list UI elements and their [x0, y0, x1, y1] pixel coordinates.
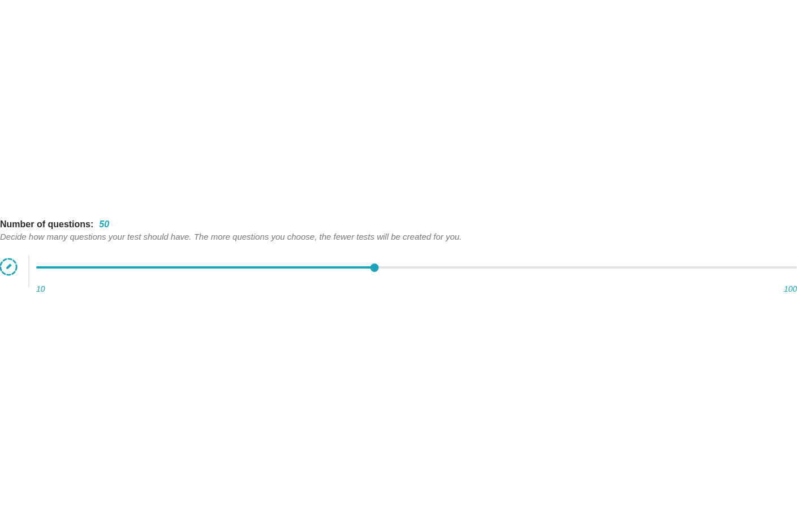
slider-description: Decide how many questions your test shou… — [0, 232, 797, 241]
slider-max-label: 100 — [784, 284, 797, 293]
slider-row: 10 100 — [0, 257, 797, 293]
question-count-slider[interactable] — [36, 263, 797, 272]
icon-column — [0, 257, 28, 276]
slider-track-fill — [36, 266, 374, 269]
slider-labels: 10 100 — [36, 284, 797, 293]
vertical-divider — [28, 255, 29, 288]
edit-target-icon — [0, 257, 18, 276]
slider-min-label: 10 — [36, 284, 45, 293]
slider-heading-label: Number of questions: — [0, 219, 93, 230]
slider-heading-row: Number of questions: 50 — [0, 219, 797, 230]
slider-thumb[interactable] — [370, 263, 378, 272]
slider-current-value: 50 — [99, 219, 109, 230]
slider-container: 10 100 — [36, 257, 797, 293]
